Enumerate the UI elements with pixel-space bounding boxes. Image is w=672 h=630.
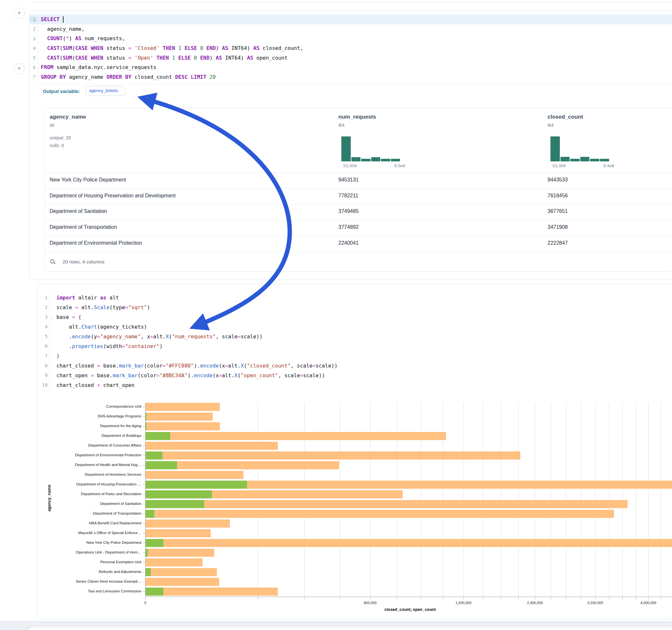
histogram-closed-count bbox=[550, 137, 609, 162]
code-line: 6 .properties(width="container") bbox=[38, 341, 672, 351]
results-table: agency_name str unique: 20 nulls: 0 num_… bbox=[44, 107, 672, 272]
histogram-min-num: 53,304 bbox=[343, 163, 357, 168]
cell-agency: Department of Transportation bbox=[50, 224, 117, 230]
cell-closed: 3677651 bbox=[548, 209, 568, 214]
next-cell-edge bbox=[29, 627, 672, 630]
column-stat-nulls: nulls: 0 bbox=[50, 143, 64, 148]
line-number: 10 bbox=[38, 382, 50, 388]
column-header-closed-count[interactable]: closed_count bbox=[548, 114, 583, 120]
cell-agency: Department of Environmental Protection bbox=[50, 240, 142, 246]
histogram-bar bbox=[381, 159, 390, 162]
text-cursor bbox=[63, 16, 64, 23]
add-cell-button-output[interactable]: + bbox=[14, 63, 25, 74]
code-line: 10chart_closed + chart_open bbox=[38, 380, 672, 390]
cell-num: 3774892 bbox=[338, 224, 359, 230]
add-cell-button-top[interactable]: + bbox=[14, 8, 25, 19]
histogram-bar bbox=[391, 159, 400, 162]
line-number: 9 bbox=[38, 373, 50, 378]
code-line: 9chart_open = base.mark_bar(color="#8BC3… bbox=[38, 370, 672, 380]
notebook-page: + + 1⌄SELECT 2 agency_name,3 COUNT(*) AS… bbox=[0, 0, 672, 630]
fold-chevron-icon[interactable]: ⌄ bbox=[40, 18, 41, 21]
code-line: 8chart_closed = base.mark_bar(color="#FF… bbox=[38, 361, 672, 370]
histogram-bar bbox=[352, 157, 361, 162]
row-separator bbox=[45, 251, 672, 252]
y-axis-title: agency_name bbox=[47, 485, 51, 512]
code-line: 3 COUNT(*) AS num_requests, bbox=[29, 34, 672, 43]
sql-code-editor[interactable]: 1⌄SELECT 2 agency_name,3 COUNT(*) AS num… bbox=[29, 15, 672, 82]
histogram-num-requests bbox=[341, 137, 400, 162]
histogram-bar bbox=[550, 137, 560, 162]
line-number: 1 bbox=[38, 295, 50, 300]
cell-agency: New York City Police Department bbox=[50, 177, 126, 183]
line-number: 3 bbox=[29, 36, 38, 41]
code-line: 2 agency_name, bbox=[29, 24, 672, 34]
line-number: 7 bbox=[38, 353, 50, 358]
histogram-bar bbox=[341, 137, 351, 162]
histogram-min-closed: 53,304 bbox=[552, 163, 566, 168]
cell-agency: Department of Housing Preservation and D… bbox=[50, 193, 176, 199]
line-number: 4 bbox=[38, 324, 50, 329]
code-line: 5 CAST(SUM(CASE WHEN status = 'Open' THE… bbox=[29, 53, 672, 63]
histogram-max-num: 9.5e6 bbox=[394, 163, 405, 168]
line-number: 7 bbox=[29, 74, 38, 79]
line-number: 1⌄ bbox=[29, 17, 38, 22]
column-type-num-requests: i64 bbox=[338, 122, 344, 128]
line-number: 4 bbox=[29, 46, 38, 51]
column-type-agency-name: str bbox=[50, 122, 55, 128]
code-line: 3⌄base = ( bbox=[38, 312, 672, 322]
output-variable-label: Output variable: bbox=[43, 89, 80, 94]
cell-divider bbox=[29, 84, 672, 84]
output-variable-pill[interactable]: agency_tickets bbox=[86, 86, 125, 96]
code-line: 1import altair as alt bbox=[38, 293, 672, 302]
histogram-bar bbox=[570, 159, 580, 162]
row-separator bbox=[45, 204, 672, 204]
column-header-num-requests[interactable]: num_requests bbox=[338, 114, 376, 120]
cell-num: 2240041 bbox=[338, 240, 359, 246]
line-number: 8 bbox=[38, 363, 50, 368]
cell-closed: 9443533 bbox=[548, 177, 568, 183]
column-stat-unique: unique: 20 bbox=[50, 135, 71, 140]
fold-chevron-icon[interactable]: ⌄ bbox=[51, 316, 53, 319]
column-header-agency-name[interactable]: agency_name bbox=[50, 114, 86, 120]
line-number: 5 bbox=[29, 55, 38, 60]
search-icon[interactable] bbox=[50, 259, 54, 264]
cell-closed: 7618456 bbox=[548, 193, 568, 199]
cell-num: 3749485 bbox=[338, 209, 359, 214]
row-separator bbox=[45, 236, 672, 236]
code-line: 4 CAST(SUM(CASE WHEN status = 'Closed' T… bbox=[29, 43, 672, 53]
histogram-bar bbox=[590, 159, 599, 162]
line-number: 2 bbox=[29, 26, 38, 31]
code-line: 5 .encode(y="agency_name", x=alt.X("num_… bbox=[38, 332, 672, 341]
cell-closed: 2222847 bbox=[548, 240, 568, 246]
histogram-bar bbox=[580, 157, 590, 162]
histogram-max-closed: 9.4e6 bbox=[603, 163, 614, 168]
line-number: 5 bbox=[38, 334, 50, 339]
line-number: 6 bbox=[38, 343, 50, 349]
histogram-bar bbox=[361, 159, 370, 162]
code-line: 1⌄SELECT bbox=[29, 15, 672, 24]
histogram-bar bbox=[600, 159, 609, 162]
row-separator bbox=[45, 189, 672, 189]
column-type-closed-count: i64 bbox=[548, 122, 554, 128]
code-line: 7) bbox=[38, 351, 672, 361]
line-number: 6 bbox=[29, 65, 38, 70]
previous-cell-edge bbox=[31, 0, 672, 3]
cell-agency: Department of Sanitation bbox=[50, 209, 107, 214]
code-line: 6FROM sample_data.nyc.service_requests bbox=[29, 63, 672, 72]
row-separator bbox=[45, 220, 672, 220]
python-code-editor[interactable]: 1import altair as alt2scale = alt.Scale(… bbox=[38, 293, 672, 390]
cell-closed: 3471908 bbox=[548, 224, 568, 230]
code-line: 2scale = alt.Scale(type="sqrt") bbox=[38, 302, 672, 312]
histogram-bar bbox=[371, 157, 381, 162]
histogram-bar bbox=[560, 157, 570, 162]
line-number: 2 bbox=[38, 305, 50, 310]
cell-num: 7782211 bbox=[338, 193, 358, 199]
row-separator bbox=[45, 173, 672, 173]
x-axis-title: closed_count, open_count bbox=[384, 607, 436, 612]
code-line: 7GROUP BY agency_name ORDER BY closed_co… bbox=[29, 72, 672, 82]
code-line: 4 alt.Chart(agency_tickets) bbox=[38, 322, 672, 332]
cell-num: 9453131 bbox=[338, 177, 359, 183]
table-summary: 20 rows, 4 columns bbox=[63, 259, 104, 264]
line-number: 3⌄ bbox=[38, 314, 50, 319]
